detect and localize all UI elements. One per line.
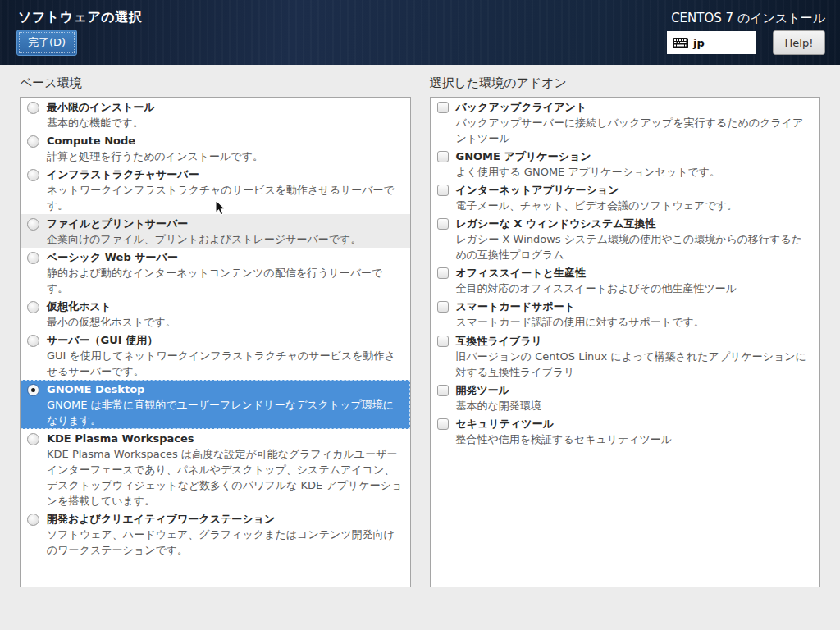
addon-option[interactable]: 開発ツール 基本的な開発環境: [431, 381, 820, 414]
content-area: ベース環境 最小限のインストール 基本的な機能です。 Compute Node …: [0, 65, 840, 587]
option-texts: 互換性ライブラリ 旧バージョンの CentOS Linux によって構築されたア…: [456, 333, 814, 380]
option-texts: GNOME アプリケーション よく使用する GNOME アプリケーションセットで…: [456, 148, 814, 180]
base-env-list: 最小限のインストール 基本的な機能です。 Compute Node 計算と処理を…: [20, 97, 411, 587]
base-env-option[interactable]: インフラストラクチャサーバー ネットワークインフラストラクチャのサービスを動作さ…: [21, 165, 410, 214]
option-description: GUI を使用してネットワークインフラストラクチャのサービスを動作させるサーバー…: [47, 348, 404, 379]
addon-option[interactable]: インターネットアプリケーション 電子メール、チャット、ビデオ会議のソフトウェアで…: [431, 180, 820, 214]
base-env-column: ベース環境 最小限のインストール 基本的な機能です。 Compute Node …: [20, 65, 411, 587]
option-title: GNOME Desktop: [47, 381, 404, 397]
option-title: 仮想化ホスト: [47, 299, 404, 314]
checkbox-icon[interactable]: [437, 418, 449, 430]
option-description: GNOME は非常に直観的でユーザーフレンドリーなデスクトップ環境になります。: [47, 397, 404, 428]
addon-option[interactable]: セキュリティツール 整合性や信用を検証するセキュリティツール: [431, 414, 820, 448]
checkbox-icon[interactable]: [437, 336, 449, 347]
addon-option[interactable]: レガシーな X ウィンドウシステム互換性 レガシー X Windows システム…: [431, 214, 820, 263]
option-title: ファイルとプリントサーバー: [47, 216, 404, 231]
option-title: 開発およびクリエイティブワークステーション: [47, 511, 404, 527]
base-env-option[interactable]: 仮想化ホスト 最小の仮想化ホストです。: [21, 297, 410, 331]
keyboard-layout-indicator[interactable]: jp: [667, 31, 756, 54]
option-texts: セキュリティツール 整合性や信用を検証するセキュリティツール: [456, 416, 814, 447]
option-title: セキュリティツール: [456, 416, 814, 431]
option-description: スマートカード認証の使用に対するサポートです。: [456, 314, 814, 330]
checkbox-icon[interactable]: [437, 218, 449, 230]
addons-heading: 選択した環境のアドオン: [430, 75, 821, 91]
base-env-option[interactable]: GNOME Desktop GNOME は非常に直観的でユーザーフレンドリーなデ…: [21, 380, 410, 429]
radio-button-icon[interactable]: [27, 514, 39, 526]
option-title: サーバー（GUI 使用）: [47, 332, 404, 348]
radio-button-icon[interactable]: [27, 169, 39, 181]
option-texts: サーバー（GUI 使用） GUI を使用してネットワークインフラストラクチャのサ…: [47, 332, 404, 379]
base-env-option[interactable]: 開発およびクリエイティブワークステーション ソフトウェア、ハードウェア、グラフィ…: [21, 509, 410, 559]
addons-column: 選択した環境のアドオン バックアップクライアント バックアップサーバーに接続しバ…: [430, 65, 821, 587]
option-title: 開発ツール: [456, 382, 814, 398]
addon-option[interactable]: オフィススイートと生産性 全目的対応のオフィススイートおよびその他生産性ツール: [431, 263, 820, 297]
help-button[interactable]: Help!: [773, 30, 825, 55]
base-env-option[interactable]: KDE Plasma Workspaces KDE Plasma Workspa…: [21, 429, 410, 509]
base-env-heading: ベース環境: [20, 75, 411, 91]
option-texts: スマートカードサポート スマートカード認証の使用に対するサポートです。: [456, 299, 814, 330]
addons-list: バックアップクライアント バックアップサーバーに接続しバックアップを実行するため…: [430, 97, 821, 587]
base-env-option[interactable]: 最小限のインストール 基本的な機能です。: [21, 98, 410, 131]
option-texts: 開発およびクリエイティブワークステーション ソフトウェア、ハードウェア、グラフィ…: [47, 511, 404, 558]
option-description: 電子メール、チャット、ビデオ会議のソフトウェアです。: [456, 198, 814, 213]
option-description: 計算と処理を行うためのインストールです。: [47, 148, 404, 164]
checkbox-icon[interactable]: [437, 385, 449, 396]
option-texts: 仮想化ホスト 最小の仮想化ホストです。: [47, 299, 404, 330]
radio-button-icon[interactable]: [27, 102, 39, 114]
radio-button-icon[interactable]: [27, 135, 39, 148]
base-env-option[interactable]: ファイルとプリントサーバー 企業向けのファイル、プリントおよびストレージサーバー…: [21, 214, 410, 248]
option-description: ソフトウェア、ハードウェア、グラフィックまたはコンテンツ開発向けのワークステーシ…: [47, 527, 404, 558]
checkbox-icon[interactable]: [437, 267, 449, 279]
option-title: レガシーな X ウィンドウシステム互換性: [456, 216, 814, 231]
option-title: KDE Plasma Workspaces: [47, 431, 404, 446]
done-button[interactable]: 完了(D): [16, 30, 77, 56]
option-texts: ベーシック Web サーバー 静的および動的なインターネットコンテンツの配信を行…: [47, 249, 404, 296]
app-title: CENTOS 7 のインストール: [671, 11, 825, 26]
base-env-option[interactable]: Compute Node 計算と処理を行うためのインストールです。: [21, 131, 410, 165]
option-title: インフラストラクチャサーバー: [47, 167, 404, 182]
option-description: 全目的対応のオフィススイートおよびその他生産性ツール: [456, 281, 814, 296]
addon-option[interactable]: 互換性ライブラリ 旧バージョンの CentOS Linux によって構築されたア…: [431, 331, 820, 381]
option-description: 基本的な機能です。: [47, 115, 404, 130]
option-texts: インターネットアプリケーション 電子メール、チャット、ビデオ会議のソフトウェアで…: [456, 182, 814, 213]
addon-option[interactable]: スマートカードサポート スマートカード認証の使用に対するサポートです。: [431, 297, 820, 331]
option-texts: 開発ツール 基本的な開発環境: [456, 382, 814, 413]
option-description: よく使用する GNOME アプリケーションセットです。: [456, 164, 814, 180]
base-env-option[interactable]: サーバー（GUI 使用） GUI を使用してネットワークインフラストラクチャのサ…: [21, 331, 410, 380]
radio-button-icon[interactable]: [27, 384, 39, 396]
option-texts: GNOME Desktop GNOME は非常に直観的でユーザーフレンドリーなデ…: [47, 381, 404, 428]
option-description: ネットワークインフラストラクチャのサービスを動作させるサーバーです。: [47, 182, 404, 213]
base-env-option[interactable]: ベーシック Web サーバー 静的および動的なインターネットコンテンツの配信を行…: [21, 248, 410, 297]
option-description: 静的および動的なインターネットコンテンツの配信を行うサーバーです。: [47, 265, 404, 296]
option-title: 互換性ライブラリ: [456, 333, 814, 349]
option-title: バックアップクライアント: [456, 99, 814, 115]
option-description: バックアップサーバーに接続しバックアップを実行するためのクライアントツール: [456, 115, 814, 146]
checkbox-icon[interactable]: [437, 102, 449, 113]
option-title: 最小限のインストール: [47, 99, 404, 115]
checkbox-icon[interactable]: [437, 151, 449, 162]
option-description: 旧バージョンの CentOS Linux によって構築されたアプリケーションに対…: [456, 349, 814, 380]
option-description: KDE Plasma Workspaces は高度な設定が可能なグラフィカルユー…: [47, 446, 404, 509]
radio-button-icon[interactable]: [27, 252, 39, 264]
checkbox-icon[interactable]: [437, 301, 449, 313]
page-title: ソフトウェアの選択: [18, 9, 142, 26]
option-description: 企業向けのファイル、プリントおよびストレージサーバーです。: [47, 231, 404, 247]
option-description: 最小の仮想化ホストです。: [47, 314, 404, 330]
option-title: インターネットアプリケーション: [456, 182, 814, 198]
addon-option[interactable]: GNOME アプリケーション よく使用する GNOME アプリケーションセットで…: [431, 147, 820, 180]
option-description: 基本的な開発環境: [456, 398, 814, 413]
radio-button-icon[interactable]: [27, 218, 39, 231]
option-texts: レガシーな X ウィンドウシステム互換性 レガシー X Windows システム…: [456, 216, 814, 262]
radio-button-icon[interactable]: [27, 335, 39, 347]
addon-option[interactable]: バックアップクライアント バックアップサーバーに接続しバックアップを実行するため…: [431, 98, 820, 147]
option-texts: インフラストラクチャサーバー ネットワークインフラストラクチャのサービスを動作さ…: [47, 167, 404, 213]
checkbox-icon[interactable]: [437, 185, 449, 196]
option-title: ベーシック Web サーバー: [47, 249, 404, 265]
option-title: スマートカードサポート: [456, 299, 814, 314]
keyboard-icon: [673, 38, 688, 48]
radio-button-icon[interactable]: [27, 433, 39, 445]
option-title: Compute Node: [47, 133, 404, 148]
option-texts: オフィススイートと生産性 全目的対応のオフィススイートおよびその他生産性ツール: [456, 265, 814, 296]
radio-button-icon[interactable]: [27, 301, 39, 313]
keyboard-layout-label: jp: [693, 37, 705, 49]
